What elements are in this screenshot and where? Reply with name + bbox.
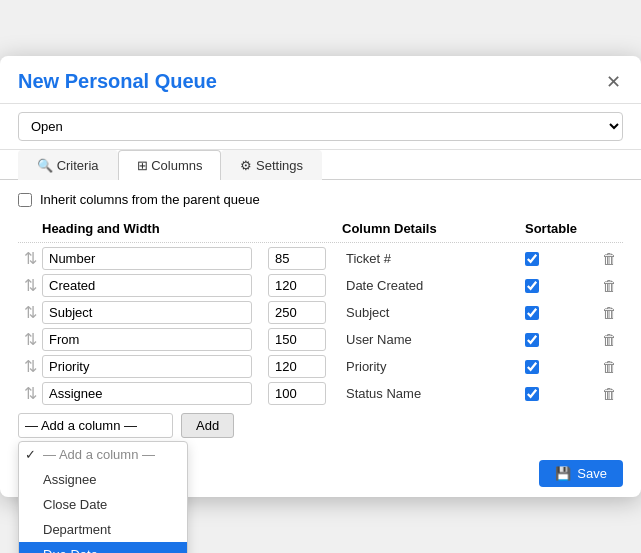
sortable-checkbox[interactable] [525,252,539,266]
table-row: ⇅ Subject 🗑 [18,301,623,324]
modal: New Personal Queue ✕ Open Closed All 🔍 C… [0,56,641,497]
details-header: Column Details [332,221,525,236]
delete-button[interactable]: 🗑 [595,383,623,404]
dropdown-item[interactable]: Assignee [19,467,187,492]
inherit-label: Inherit columns from the parent queue [40,192,260,207]
drag-handle[interactable]: ⇅ [18,357,42,376]
col-detail-text: User Name [332,332,525,347]
sortable-checkbox[interactable] [525,387,539,401]
col-detail-text: Status Name [332,386,525,401]
gear-icon: ⚙ [240,158,252,173]
tab-settings[interactable]: ⚙ Settings [221,150,322,180]
tab-columns-content: Inherit columns from the parent queue He… [0,180,641,450]
drag-handle[interactable]: ⇅ [18,330,42,349]
sortable-cell [525,360,595,374]
col-width-input[interactable] [268,382,326,405]
columns-icon: ⊞ [137,158,148,173]
add-column-wrapper: — Add a column — — Add a column — Assign… [18,413,173,438]
sortable-cell [525,279,595,293]
delete-button[interactable]: 🗑 [595,275,623,296]
col-name-input[interactable] [42,382,252,405]
dropdown-item-close-date[interactable]: Close Date [19,492,187,517]
sortable-checkbox[interactable] [525,333,539,347]
drag-handle[interactable]: ⇅ [18,303,42,322]
columns-table: Heading and Width Column Details Sortabl… [18,221,623,405]
inherit-row: Inherit columns from the parent queue [18,192,623,207]
modal-title: New Personal Queue [18,70,217,93]
sortable-checkbox[interactable] [525,360,539,374]
col-name-input[interactable] [42,274,252,297]
sortable-cell [525,387,595,401]
dropdown-item[interactable]: — Add a column — [19,442,187,467]
drag-handle[interactable]: ⇅ [18,249,42,268]
save-icon: 💾 [555,466,571,481]
col-width-input[interactable] [268,301,326,324]
tab-columns[interactable]: ⊞ Columns [118,150,222,180]
sortable-cell [525,333,595,347]
add-column-row: — Add a column — — Add a column — Assign… [18,413,623,438]
add-column-dropdown: — Add a column — Assignee Close Date Dep… [18,441,188,553]
column-headers: Heading and Width Column Details Sortabl… [18,221,623,243]
col-width-input[interactable] [268,247,326,270]
col-width-input[interactable] [268,328,326,351]
dropdown-item-department[interactable]: Department [19,517,187,542]
col-detail-text: Priority [332,359,525,374]
modal-header: New Personal Queue ✕ [0,56,641,104]
sortable-checkbox[interactable] [525,306,539,320]
sortable-checkbox[interactable] [525,279,539,293]
delete-button[interactable]: 🗑 [595,329,623,350]
table-row: ⇅ Ticket # 🗑 [18,247,623,270]
col-width-input[interactable] [268,355,326,378]
table-row: ⇅ User Name 🗑 [18,328,623,351]
sortable-header: Sortable [525,221,595,236]
delete-button[interactable]: 🗑 [595,248,623,269]
drag-handle[interactable]: ⇅ [18,276,42,295]
col-name-input[interactable] [42,328,252,351]
col-name-input[interactable] [42,247,252,270]
col-name-input[interactable] [42,301,252,324]
dropdown-item-due-date[interactable]: Due Date [19,542,187,553]
save-button[interactable]: 💾 Save [539,460,623,487]
search-icon: 🔍 [37,158,53,173]
queue-status-select[interactable]: Open Closed All [18,112,623,141]
close-button[interactable]: ✕ [603,72,623,92]
table-row: ⇅ Date Created 🗑 [18,274,623,297]
col-name-input[interactable] [42,355,252,378]
add-column-button[interactable]: Add [181,413,234,438]
save-label: Save [577,466,607,481]
sortable-cell [525,252,595,266]
delete-button[interactable]: 🗑 [595,302,623,323]
drag-handle[interactable]: ⇅ [18,384,42,403]
tab-criteria[interactable]: 🔍 Criteria [18,150,118,180]
table-row: ⇅ Status Name 🗑 [18,382,623,405]
col-detail-text: Ticket # [332,251,525,266]
col-detail-text: Date Created [332,278,525,293]
queue-status-row: Open Closed All [0,104,641,150]
heading-width-header: Heading and Width [42,221,262,236]
inherit-checkbox[interactable] [18,193,32,207]
table-row: ⇅ Priority 🗑 [18,355,623,378]
sortable-cell [525,306,595,320]
tab-bar: 🔍 Criteria ⊞ Columns ⚙ Settings [0,150,641,180]
delete-button[interactable]: 🗑 [595,356,623,377]
col-detail-text: Subject [332,305,525,320]
col-width-input[interactable] [268,274,326,297]
add-column-select[interactable]: — Add a column — [18,413,173,438]
